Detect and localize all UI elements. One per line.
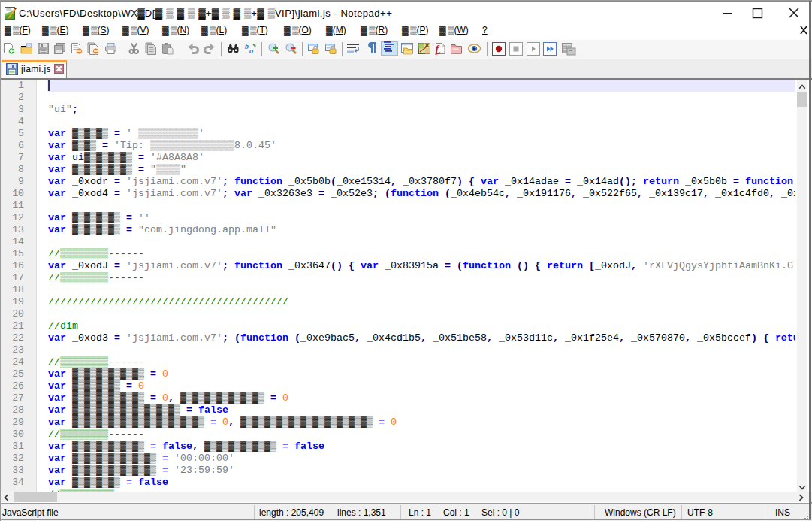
svg-text:a: a: [249, 46, 254, 55]
svg-text:b: b: [245, 42, 249, 50]
